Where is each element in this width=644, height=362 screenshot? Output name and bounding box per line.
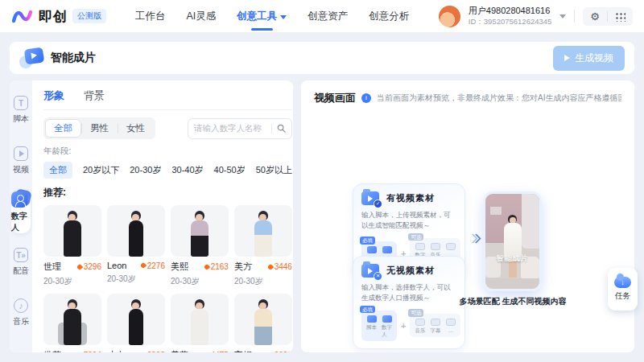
nav-item-creative-tools[interactable]: 创意工具	[237, 0, 287, 33]
music-icon: ♪	[14, 298, 28, 313]
subtitle-mini-icon: 字幕	[430, 319, 440, 335]
avatar-hot-count: 3446	[268, 262, 292, 271]
avatar-card[interactable]: 美蔓4475 20-30岁	[171, 294, 229, 352]
avatar-card[interactable]: 美熙2163 20-30岁	[171, 205, 229, 287]
age-40-50[interactable]: 40-50岁	[214, 164, 246, 176]
user-dropdown-caret-icon[interactable]	[559, 14, 566, 19]
nav-item-creative-assets[interactable]: 创意资产	[308, 0, 348, 33]
required-group: 必填 脚本 数字人	[361, 311, 397, 341]
avatar-image	[171, 294, 229, 345]
recommend-label: 推荐:	[43, 186, 292, 200]
flow-arrow-icon	[469, 235, 480, 242]
top-navbar: 即创 公测版 工作台 AI灵感 创意工具 创意资产 创意分析 用户4980280…	[0, 0, 644, 32]
avatar-grid: 世理3296 20-30岁 Leon2276 20-30岁 美熙2163 20-…	[43, 205, 292, 352]
nav-item-creative-analytics[interactable]: 创意分析	[369, 0, 409, 33]
avatar-age: 20-30岁	[234, 276, 292, 287]
avatar-age: 20-30岁	[107, 274, 165, 285]
avatar-card[interactable]: 世理3296 20-30岁	[43, 205, 101, 287]
avatar-card[interactable]: Leon2276 20-30岁	[107, 205, 165, 287]
check-badge-icon	[374, 200, 382, 208]
sidebar-item-voiceover[interactable]: T» 配音	[10, 241, 32, 284]
avatar-image	[43, 205, 101, 257]
search-placeholder: 请输入数字人名称	[194, 123, 266, 134]
page-header: 智能成片 生成视频	[10, 42, 634, 74]
without-video-desc: 输入脚本，选择数字人，可以生成数字人口播视频～	[361, 282, 456, 303]
user-avatar[interactable]	[439, 6, 460, 27]
chevron-down-icon	[280, 15, 287, 19]
video-icon	[14, 146, 28, 161]
sidebar-item-script[interactable]: T 脚本	[10, 88, 32, 132]
avatar-card[interactable]: 美方3446 20-30岁	[234, 205, 292, 287]
task-float-button[interactable]: 任务	[608, 268, 638, 311]
gear-icon[interactable]: ⚙	[590, 11, 600, 22]
panel-tabs: 形象 背景	[43, 88, 292, 110]
age-under-20[interactable]: 20岁以下	[83, 164, 119, 176]
script-icon: T	[14, 96, 28, 110]
avatar-hot-count: 4475	[204, 351, 229, 352]
nav-item-workbench[interactable]: 工作台	[135, 0, 166, 33]
search-input[interactable]: 请输入数字人名称	[188, 118, 292, 139]
utility-buttons: ⚙	[583, 7, 633, 26]
avatar-card[interactable]: 世菲7304 20-30岁	[43, 294, 101, 352]
avatar-hot-count: 2163	[204, 262, 229, 271]
user-id: ID：3952075612624345	[469, 17, 552, 27]
gender-all[interactable]: 全部	[45, 119, 81, 138]
user-name: 用户4980280481616	[469, 6, 552, 17]
tab-background[interactable]: 背景	[84, 88, 105, 103]
generate-video-button[interactable]: 生成视频	[553, 46, 625, 71]
gender-male[interactable]: 男性	[81, 119, 118, 138]
video-preview-card: 视频画面 i 当前画面为素材预览，非最终成片效果：您对AI生成内容应严格遵循国家…	[301, 80, 634, 352]
avatar-image	[234, 294, 292, 345]
video-watermark: 智能成片	[485, 253, 539, 264]
flame-icon	[139, 352, 146, 352]
sidebar-item-music[interactable]: ♪ 音乐	[10, 291, 32, 335]
digital-human-panel: 形象 背景 全部 男性 女性 请输入数字人名称 年龄段:	[32, 80, 293, 352]
divider	[574, 10, 575, 23]
sidebar-item-digital-human[interactable]: 数字人	[11, 190, 31, 233]
sidebar-item-video[interactable]: 视频	[10, 139, 32, 183]
avatar-card[interactable]: 才吉2322 20-30岁	[107, 294, 165, 352]
script-mini-icon: 脚本	[366, 315, 377, 339]
apps-grid-icon[interactable]	[615, 11, 625, 22]
logo-text: 即创	[39, 7, 68, 26]
flame-icon	[76, 263, 82, 269]
flame-icon	[203, 263, 209, 269]
navbar-right: 用户4980280481616 ID：3952075612624345 ⚙	[439, 6, 633, 27]
avatar-name: 世菲	[43, 349, 61, 352]
search-icon[interactable]	[277, 124, 286, 133]
age-filter: 全部 20岁以下 20-30岁 30-40岁 40-50岁 50岁以上	[43, 162, 292, 179]
info-icon[interactable]: i	[361, 93, 371, 103]
flame-icon	[266, 263, 273, 269]
nav-item-ai-inspiration[interactable]: AI灵感	[187, 0, 217, 33]
task-label: 任务	[615, 290, 631, 302]
flame-icon	[139, 262, 146, 269]
video-preview-title: 视频画面	[314, 91, 356, 105]
age-20-30[interactable]: 20-30岁	[130, 164, 161, 176]
avatar-image	[107, 294, 165, 345]
tab-appearance[interactable]: 形象	[43, 88, 64, 103]
avatar-name: 美熙	[171, 261, 188, 273]
avatar-card[interactable]: 宁烟2903 20-30岁	[234, 294, 292, 352]
plus-icon: +	[401, 321, 406, 331]
divider	[607, 11, 608, 22]
video-folder-icon	[361, 191, 379, 205]
divider	[271, 124, 272, 134]
play-icon	[564, 55, 570, 61]
logo[interactable]: 即创 公测版	[11, 7, 106, 26]
avatar-image	[171, 205, 229, 257]
age-all[interactable]: 全部	[43, 162, 72, 179]
digital-human-mini-icon: 数字人	[382, 315, 392, 339]
app-root: 即创 公测版 工作台 AI灵感 创意工具 创意资产 创意分析 用户4980280…	[0, 0, 644, 362]
with-video-title: 有视频素材	[386, 192, 435, 204]
gender-female[interactable]: 女性	[118, 119, 154, 138]
optional-tag: 可选	[408, 233, 423, 241]
age-over-50[interactable]: 50岁以上	[256, 164, 292, 176]
avatar-hot-count: 7304	[77, 351, 101, 352]
age-30-40[interactable]: 30-40岁	[171, 164, 203, 176]
sidebar-rail: T 脚本 视频 数字人 T» 配音 ♪ 音乐	[10, 80, 32, 352]
avatar-image	[234, 205, 292, 257]
user-info[interactable]: 用户4980280481616 ID：3952075612624345	[469, 6, 552, 27]
task-download-icon	[614, 277, 631, 288]
page-title: 智能成片	[51, 51, 96, 65]
video-folder-icon	[361, 264, 379, 278]
